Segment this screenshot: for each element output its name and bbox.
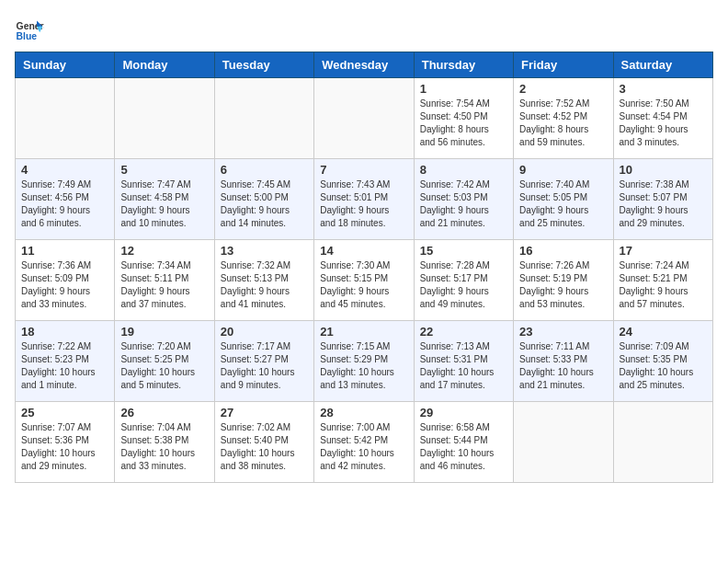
day-number: 2 (519, 82, 607, 96)
day-number: 19 (120, 325, 208, 339)
calendar-cell: 28Sunrise: 7:00 AM Sunset: 5:42 PM Dayli… (314, 402, 414, 483)
day-number: 22 (420, 325, 507, 339)
day-number: 6 (221, 163, 308, 177)
day-info: Sunrise: 7:17 AM Sunset: 5:27 PM Dayligh… (221, 340, 308, 392)
day-number: 24 (620, 325, 707, 339)
calendar-cell (16, 78, 115, 159)
calendar-header-tuesday: Tuesday (214, 52, 313, 78)
day-number: 15 (420, 244, 507, 258)
calendar-cell: 18Sunrise: 7:22 AM Sunset: 5:23 PM Dayli… (16, 321, 115, 402)
calendar-cell: 3Sunrise: 7:50 AM Sunset: 4:54 PM Daylig… (613, 78, 712, 159)
day-info: Sunrise: 7:45 AM Sunset: 5:00 PM Dayligh… (221, 178, 308, 230)
calendar-table: SundayMondayTuesdayWednesdayThursdayFrid… (15, 52, 713, 483)
calendar-body: 1Sunrise: 7:54 AM Sunset: 4:50 PM Daylig… (16, 78, 713, 483)
calendar-header-sunday: Sunday (16, 52, 115, 78)
calendar-cell: 19Sunrise: 7:20 AM Sunset: 5:25 PM Dayli… (115, 321, 214, 402)
calendar-cell (115, 78, 214, 159)
calendar-cell: 26Sunrise: 7:04 AM Sunset: 5:38 PM Dayli… (115, 402, 214, 483)
day-number: 17 (620, 244, 707, 258)
calendar-cell: 14Sunrise: 7:30 AM Sunset: 5:15 PM Dayli… (314, 240, 414, 321)
calendar-header-wednesday: Wednesday (314, 52, 414, 78)
day-info: Sunrise: 7:52 AM Sunset: 4:52 PM Dayligh… (519, 98, 607, 149)
day-info: Sunrise: 7:32 AM Sunset: 5:13 PM Dayligh… (221, 259, 308, 311)
day-info: Sunrise: 6:58 AM Sunset: 5:44 PM Dayligh… (420, 421, 507, 473)
day-number: 5 (120, 163, 208, 177)
day-number: 14 (320, 244, 407, 258)
calendar-cell: 9Sunrise: 7:40 AM Sunset: 5:05 PM Daylig… (514, 159, 613, 240)
day-number: 13 (221, 244, 308, 258)
day-info: Sunrise: 7:40 AM Sunset: 5:05 PM Dayligh… (519, 178, 607, 230)
day-number: 21 (320, 325, 407, 339)
calendar-cell: 8Sunrise: 7:42 AM Sunset: 5:03 PM Daylig… (414, 159, 513, 240)
calendar-header-friday: Friday (514, 52, 613, 78)
day-number: 3 (620, 82, 707, 96)
calendar-cell (214, 78, 313, 159)
calendar-cell: 12Sunrise: 7:34 AM Sunset: 5:11 PM Dayli… (115, 240, 214, 321)
calendar-cell: 17Sunrise: 7:24 AM Sunset: 5:21 PM Dayli… (613, 240, 712, 321)
day-info: Sunrise: 7:24 AM Sunset: 5:21 PM Dayligh… (620, 259, 707, 311)
calendar-header-monday: Monday (115, 52, 214, 78)
day-info: Sunrise: 7:09 AM Sunset: 5:35 PM Dayligh… (620, 340, 707, 392)
day-number: 11 (21, 244, 108, 258)
day-number: 7 (320, 163, 407, 177)
day-number: 20 (221, 325, 308, 339)
calendar-cell: 6Sunrise: 7:45 AM Sunset: 5:00 PM Daylig… (214, 159, 313, 240)
day-info: Sunrise: 7:42 AM Sunset: 5:03 PM Dayligh… (420, 178, 507, 230)
calendar-cell (314, 78, 414, 159)
day-number: 29 (420, 406, 507, 419)
calendar-cell: 29Sunrise: 6:58 AM Sunset: 5:44 PM Dayli… (414, 402, 513, 483)
day-info: Sunrise: 7:28 AM Sunset: 5:17 PM Dayligh… (420, 259, 507, 311)
calendar-week-4: 18Sunrise: 7:22 AM Sunset: 5:23 PM Dayli… (16, 321, 713, 402)
calendar-cell: 11Sunrise: 7:36 AM Sunset: 5:09 PM Dayli… (16, 240, 115, 321)
calendar-cell: 25Sunrise: 7:07 AM Sunset: 5:36 PM Dayli… (16, 402, 115, 483)
calendar-cell: 7Sunrise: 7:43 AM Sunset: 5:01 PM Daylig… (314, 159, 414, 240)
day-info: Sunrise: 7:49 AM Sunset: 4:56 PM Dayligh… (21, 178, 108, 230)
calendar-cell: 13Sunrise: 7:32 AM Sunset: 5:13 PM Dayli… (214, 240, 313, 321)
calendar-week-2: 4Sunrise: 7:49 AM Sunset: 4:56 PM Daylig… (16, 159, 713, 240)
day-info: Sunrise: 7:04 AM Sunset: 5:38 PM Dayligh… (120, 421, 208, 473)
day-number: 8 (420, 163, 507, 177)
calendar-cell: 24Sunrise: 7:09 AM Sunset: 5:35 PM Dayli… (613, 321, 712, 402)
day-number: 4 (21, 163, 108, 177)
calendar-week-3: 11Sunrise: 7:36 AM Sunset: 5:09 PM Dayli… (16, 240, 713, 321)
day-number: 28 (320, 406, 407, 419)
day-number: 23 (519, 325, 607, 339)
calendar-week-1: 1Sunrise: 7:54 AM Sunset: 4:50 PM Daylig… (16, 78, 713, 159)
calendar-cell: 21Sunrise: 7:15 AM Sunset: 5:29 PM Dayli… (314, 321, 414, 402)
svg-text:Blue: Blue (17, 31, 38, 41)
calendar-cell: 16Sunrise: 7:26 AM Sunset: 5:19 PM Dayli… (514, 240, 613, 321)
calendar-cell: 23Sunrise: 7:11 AM Sunset: 5:33 PM Dayli… (514, 321, 613, 402)
day-info: Sunrise: 7:20 AM Sunset: 5:25 PM Dayligh… (120, 340, 208, 392)
calendar-cell: 10Sunrise: 7:38 AM Sunset: 5:07 PM Dayli… (613, 159, 712, 240)
day-number: 25 (21, 406, 108, 419)
calendar-cell: 5Sunrise: 7:47 AM Sunset: 4:58 PM Daylig… (115, 159, 214, 240)
calendar-header-thursday: Thursday (414, 52, 513, 78)
day-number: 26 (120, 406, 208, 419)
day-info: Sunrise: 7:26 AM Sunset: 5:19 PM Dayligh… (519, 259, 607, 311)
day-info: Sunrise: 7:07 AM Sunset: 5:36 PM Dayligh… (21, 421, 108, 473)
calendar-cell (514, 402, 613, 483)
day-number: 10 (620, 163, 707, 177)
logo: General Blue (15, 15, 44, 44)
calendar-cell: 20Sunrise: 7:17 AM Sunset: 5:27 PM Dayli… (214, 321, 313, 402)
calendar-header-saturday: Saturday (613, 52, 712, 78)
day-info: Sunrise: 7:50 AM Sunset: 4:54 PM Dayligh… (620, 98, 707, 149)
day-number: 9 (519, 163, 607, 177)
day-number: 12 (120, 244, 208, 258)
day-number: 27 (221, 406, 308, 419)
page-header: General Blue (15, 15, 713, 44)
day-info: Sunrise: 7:11 AM Sunset: 5:33 PM Dayligh… (519, 340, 607, 392)
day-info: Sunrise: 7:13 AM Sunset: 5:31 PM Dayligh… (420, 340, 507, 392)
day-info: Sunrise: 7:02 AM Sunset: 5:40 PM Dayligh… (221, 421, 308, 473)
calendar-cell: 4Sunrise: 7:49 AM Sunset: 4:56 PM Daylig… (16, 159, 115, 240)
logo-icon: General Blue (15, 15, 44, 44)
day-info: Sunrise: 7:15 AM Sunset: 5:29 PM Dayligh… (320, 340, 407, 392)
calendar-week-5: 25Sunrise: 7:07 AM Sunset: 5:36 PM Dayli… (16, 402, 713, 483)
calendar-cell: 1Sunrise: 7:54 AM Sunset: 4:50 PM Daylig… (414, 78, 513, 159)
calendar-cell (613, 402, 712, 483)
calendar-header-row: SundayMondayTuesdayWednesdayThursdayFrid… (16, 52, 713, 78)
day-number: 16 (519, 244, 607, 258)
calendar-cell: 27Sunrise: 7:02 AM Sunset: 5:40 PM Dayli… (214, 402, 313, 483)
day-info: Sunrise: 7:34 AM Sunset: 5:11 PM Dayligh… (120, 259, 208, 311)
calendar-cell: 2Sunrise: 7:52 AM Sunset: 4:52 PM Daylig… (514, 78, 613, 159)
